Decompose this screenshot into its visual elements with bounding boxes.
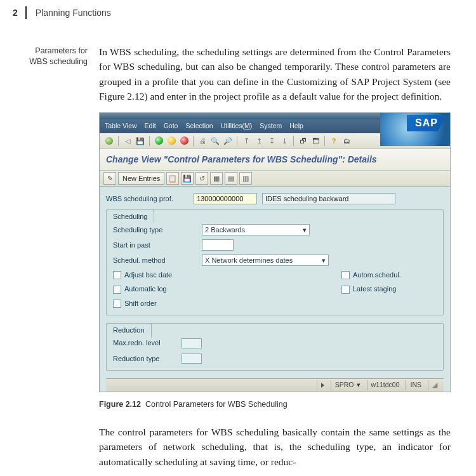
dropdown-icon: ▾ [303,225,307,235]
margin-note: Parameters for WBS scheduling [13,44,88,476]
menu-table-view[interactable]: Table View [105,121,137,131]
chapter-title: Planning Functions [36,8,111,18]
status-bar: SPRO▾ w11tdc00 INS ◢ [106,378,444,392]
latest-staging-checkbox[interactable]: Latest staging [341,284,411,294]
label-scheduling-type: Scheduling type [113,225,202,235]
find-next-icon[interactable]: 🔎 [222,136,234,146]
status-tcode: SPRO▾ [331,380,364,390]
figure-number: Figure 2.12 [99,400,141,409]
reduction-group: Reduction Max.redn. level Reduction type [106,323,444,371]
figure-caption-text: Control Parameters for WBS Scheduling [145,400,288,409]
screen-title: Change View "Control Parameters for WBS … [100,149,450,171]
scheduling-group: Scheduling Scheduling type 2 Backwards▾ … [106,209,444,316]
header-separator [25,6,27,19]
status-server: w11tdc00 [367,380,404,390]
prev-page-icon[interactable]: ↥ [253,136,265,146]
status-nav[interactable] [317,380,328,390]
find-icon[interactable]: 🔍 [209,136,221,146]
undo-icon[interactable]: ↺ [195,172,208,185]
shift-order-checkbox[interactable]: Shift order [113,298,202,309]
enter-icon[interactable] [103,136,115,146]
menu-utilities[interactable]: Utilities(M) [221,121,253,131]
save-icon[interactable]: 💾 [135,136,146,146]
adjust-bsc-date-checkbox[interactable]: Adjust bsc date [113,270,202,281]
toggle-icon[interactable]: ✎ [103,172,116,185]
menu-selection[interactable]: Selection [185,121,213,131]
chapter-number: 2 [13,8,25,18]
first-page-icon[interactable]: ⤒ [241,136,252,146]
menu-edit[interactable]: Edit [145,121,156,131]
cancel-icon[interactable] [178,136,190,146]
select-icon[interactable]: ▦ [210,172,223,185]
schedul-method-dropdown[interactable]: X Network determines dates▾ [202,255,329,266]
status-resize-icon[interactable]: ◢ [428,380,441,390]
sap-logo: SAP [407,115,446,131]
dropdown-icon[interactable]: ▾ [357,380,360,390]
label-reduction-type: Reduction type [113,354,176,364]
figure-caption: Figure 2.12 Control Parameters for WBS S… [99,399,451,411]
print-icon[interactable]: 🖨 [197,136,208,146]
label-start-in-past: Start in past [113,240,202,251]
new-entries-label: New Entries [122,173,160,184]
save-app-icon[interactable]: 💾 [181,172,194,185]
triangle-icon [321,383,324,388]
nav-back-icon[interactable]: ◁ [122,136,133,146]
body-paragraph: In WBS scheduling, the scheduling settin… [99,44,451,103]
margin-note-line: WBS scheduling [13,56,88,67]
next-page-icon[interactable]: ↧ [266,136,277,146]
wbs-prof-code-input[interactable]: 130000000000 [194,193,257,204]
new-entries-button[interactable]: New Entries [118,172,164,185]
menu-system[interactable]: System [260,121,282,131]
reduction-type-input[interactable] [182,354,202,364]
label-max-redn-level: Max.redn. level [113,338,176,348]
sap-screenshot: SAP Table View Edit Goto Selection Utili… [99,112,451,392]
sap-logo-area: SAP [380,113,450,146]
exit-icon[interactable] [166,136,177,146]
help-icon[interactable]: ? [328,136,340,146]
label-schedul-method: Schedul. method [113,255,202,266]
deselect-icon[interactable]: ▥ [239,172,252,185]
scheduling-type-dropdown[interactable]: 2 Backwards▾ [202,224,310,235]
last-page-icon[interactable]: ⤓ [279,136,290,146]
reduction-tab: Reduction [106,323,152,338]
body-paragraph: The control parameters for WBS schedulin… [99,425,451,469]
select-all-icon[interactable]: ▤ [225,172,237,185]
status-mode: INS [406,380,425,390]
shortcut-icon[interactable]: 🗔 [310,136,321,146]
back-icon[interactable] [153,136,164,146]
dropdown-icon: ▾ [322,255,326,266]
copy-icon[interactable]: 📋 [166,172,179,185]
page-header: 2 Planning Functions [13,6,451,19]
menu-help[interactable]: Help [289,121,303,131]
layout-icon[interactable]: 🗂 [341,136,352,146]
start-in-past-input[interactable] [202,239,234,251]
autom-schedul-checkbox[interactable]: Autom.schedul. [341,270,411,281]
menu-goto[interactable]: Goto [164,121,178,131]
max-redn-level-input[interactable] [182,338,202,348]
wbs-prof-desc: IDES scheduling backward [262,193,395,204]
screen-content: WBS scheduling prof. 130000000000 IDES s… [100,187,450,392]
margin-note-line: Parameters for [13,46,88,56]
field-label-wbs-prof: WBS scheduling prof. [106,194,188,204]
app-toolbar: ✎ New Entries 📋 💾 ↺ ▦ ▤ ▥ [100,171,450,187]
automatic-log-checkbox[interactable]: Automatic log [113,284,202,294]
scheduling-tab: Scheduling [106,209,154,224]
session-new-icon[interactable]: 🗗 [297,136,308,146]
